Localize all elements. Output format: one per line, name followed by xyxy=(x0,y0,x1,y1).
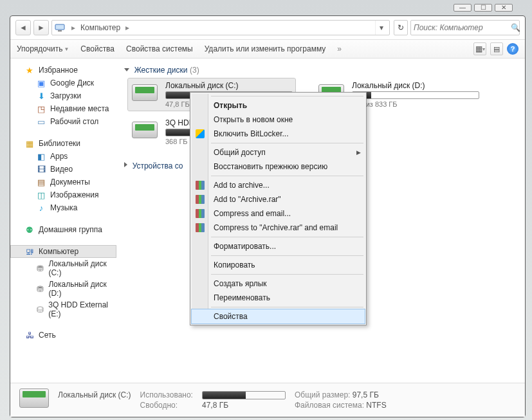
organize-menu[interactable]: Упорядочить▼ xyxy=(17,44,69,53)
sidebar-item-downloads[interactable]: ⬇Загрузки xyxy=(10,89,116,102)
menu-separator xyxy=(211,176,363,176)
folder-icon: ▣ xyxy=(36,78,46,88)
expand-icon xyxy=(124,162,127,167)
menu-item-label: Переименовать xyxy=(214,293,270,302)
library-icon: ▦ xyxy=(24,138,35,149)
search-icon[interactable]: 🔍 xyxy=(511,23,520,32)
menu-item[interactable]: Compress to "Archive.rar" and email xyxy=(192,221,365,235)
breadcrumb-dropdown[interactable]: ▾ xyxy=(375,21,387,35)
menu-separator xyxy=(211,255,363,256)
close-button[interactable]: ✕ xyxy=(495,4,513,12)
hdd-section-header[interactable]: Жесткие диски (3) xyxy=(124,64,517,78)
menu-separator xyxy=(211,237,363,237)
favorites-header[interactable]: ★Избранное xyxy=(10,64,116,77)
properties-button[interactable]: Свойства xyxy=(80,44,115,53)
sidebar-item-disk-e[interactable]: ⛁3Q HDD External (E:) xyxy=(10,299,116,320)
drive-name: Локальный диск (D:) xyxy=(352,81,479,90)
homegroup-header[interactable]: ⚉Домашняя группа xyxy=(10,223,116,236)
sidebar-item-video[interactable]: 🎞Видео xyxy=(10,163,116,176)
menu-item[interactable]: Создать ярлык xyxy=(192,277,365,291)
sidebar-item-desktop[interactable]: ▭Рабочий стол xyxy=(10,115,116,128)
breadcrumb[interactable]: ▸ Компьютер ▸ ▾ xyxy=(51,20,390,35)
sidebar-item-apps[interactable]: ◧Apps xyxy=(10,150,116,163)
menu-item[interactable]: Compress and email... xyxy=(192,206,365,221)
menu-item-label: Compress to "Archive.rar" and email xyxy=(214,223,338,232)
forward-button[interactable]: ► xyxy=(33,20,49,35)
refresh-button[interactable]: ↻ xyxy=(394,20,408,35)
drive-free-text: дно из 833 ГБ xyxy=(352,100,479,108)
menu-item[interactable]: Открыть в новом окне xyxy=(192,113,365,127)
download-icon: ⬇ xyxy=(36,91,46,101)
toolbar-overflow[interactable]: » xyxy=(337,44,342,53)
libraries-header[interactable]: ▦Библиотеки xyxy=(10,137,116,150)
drive-icon xyxy=(131,118,159,142)
video-icon: 🎞 xyxy=(36,164,46,174)
sidebar-item-disk-c[interactable]: ⛃Локальный диск (C:) xyxy=(10,258,116,278)
toolbar: Упорядочить▼ Свойства Свойства системы У… xyxy=(10,40,525,59)
computer-icon: 🖳 xyxy=(24,246,35,257)
bc-sep-icon: ▸ xyxy=(68,23,79,32)
menu-item[interactable]: Общий доступ▶ xyxy=(192,145,365,160)
sidebar-item-documents[interactable]: ▤Документы xyxy=(10,176,116,188)
status-fs-value: NTFS xyxy=(366,401,386,410)
menu-item[interactable]: Add to "Archive.rar" xyxy=(192,192,365,206)
star-icon: ★ xyxy=(24,65,35,75)
back-button[interactable]: ◄ xyxy=(15,20,31,35)
sidebar-item-disk-d[interactable]: ⛃Локальный диск (D:) xyxy=(10,278,116,299)
maximize-button[interactable]: ☐ xyxy=(474,4,492,12)
sidebar-item-music[interactable]: ♪Музыка xyxy=(10,201,116,214)
winrar-icon xyxy=(195,194,205,205)
drive-name: Локальный диск (C:) xyxy=(165,81,293,90)
winrar-icon xyxy=(195,180,205,190)
winrar-icon xyxy=(195,208,205,219)
status-used-bar xyxy=(202,391,286,399)
drive-large-icon xyxy=(19,388,50,412)
menu-item[interactable]: Открыть xyxy=(192,98,365,113)
system-properties-button[interactable]: Свойства системы xyxy=(126,44,193,53)
menu-item[interactable]: Копировать xyxy=(192,258,365,272)
breadcrumb-segment[interactable]: Компьютер xyxy=(79,23,122,32)
menu-item[interactable]: Свойства xyxy=(192,309,365,324)
menu-item[interactable]: Add to archive... xyxy=(192,178,365,192)
status-fs-label: Файловая система: xyxy=(295,401,364,410)
search-box[interactable]: 🔍 xyxy=(410,20,520,35)
help-button[interactable]: ? xyxy=(507,43,518,55)
menu-item-label: Add to archive... xyxy=(214,181,270,190)
minimize-button[interactable]: — xyxy=(454,4,472,12)
sidebar-item-images[interactable]: ◫Изображения xyxy=(10,188,116,201)
status-drive-name: Локальный диск (C:) xyxy=(58,390,131,399)
status-total-label: Общий размер: xyxy=(295,390,350,399)
window-controls: — ☐ ✕ xyxy=(454,4,513,12)
computer-header[interactable]: 🖳Компьютер xyxy=(10,245,116,258)
menu-item-label: Форматировать... xyxy=(214,242,276,251)
menu-item-label: Включить BitLocker... xyxy=(214,129,289,138)
search-input[interactable] xyxy=(414,23,511,32)
winrar-icon xyxy=(195,223,205,233)
desktop-icon: ▭ xyxy=(36,116,46,127)
menu-item[interactable]: Переименовать xyxy=(192,291,365,305)
menu-item-label: Add to "Archive.rar" xyxy=(214,195,281,204)
svg-rect-0 xyxy=(55,24,64,30)
nav-bar: ◄ ► ▸ Компьютер ▸ ▾ ↻ 🔍 xyxy=(10,16,525,40)
drive-icon xyxy=(131,81,159,104)
menu-item-label: Восстановить прежнюю версию xyxy=(214,162,327,171)
menu-item[interactable]: Включить BitLocker... xyxy=(192,127,365,141)
menu-item[interactable]: Форматировать... xyxy=(192,239,365,253)
menu-item[interactable]: Восстановить прежнюю версию xyxy=(192,160,365,174)
svg-rect-1 xyxy=(58,30,62,32)
menu-separator xyxy=(211,307,363,307)
menu-item-label: Создать ярлык xyxy=(214,279,267,288)
menu-item-label: Копировать xyxy=(214,260,255,269)
menu-item-label: Compress and email... xyxy=(214,209,291,218)
shield-icon xyxy=(195,129,205,139)
menu-item-label: Открыть в новом окне xyxy=(214,115,293,124)
network-header[interactable]: 🖧Сеть xyxy=(10,329,116,342)
view-mode-button[interactable]: ▦▾ xyxy=(473,42,486,55)
menu-separator xyxy=(211,96,363,96)
image-icon: ◫ xyxy=(36,190,46,200)
sidebar-item-googledrive[interactable]: ▣Google Диск xyxy=(10,77,116,89)
preview-pane-button[interactable]: ▤ xyxy=(490,42,503,55)
computer-icon xyxy=(55,23,65,33)
sidebar-item-recent[interactable]: ◳Недавние места xyxy=(10,102,116,115)
uninstall-button[interactable]: Удалить или изменить программу xyxy=(205,44,326,53)
